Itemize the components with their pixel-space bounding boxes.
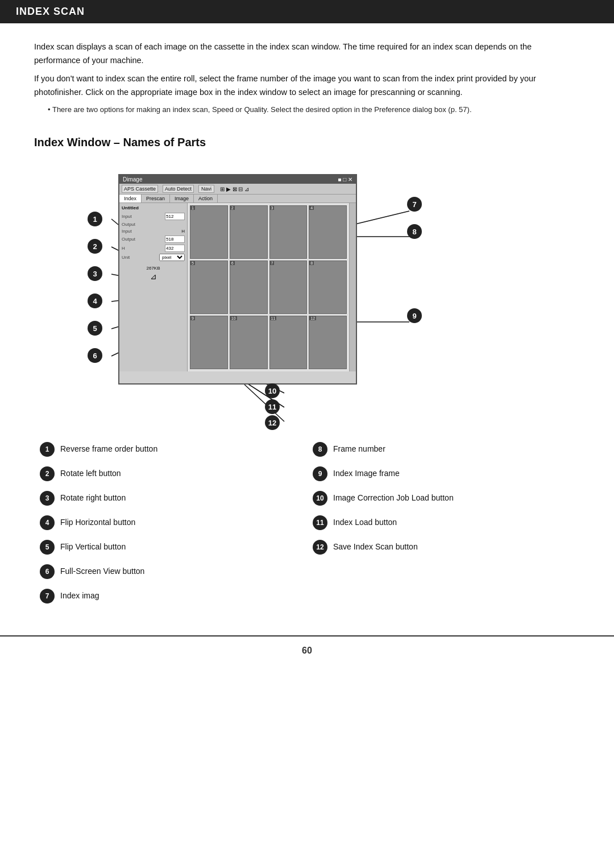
window-title: Dimage xyxy=(123,176,142,183)
parts-item-7: 7 Index imag xyxy=(40,588,301,604)
parts-label-11: Index Load button xyxy=(333,515,397,528)
index-frame-5[interactable]: 5 xyxy=(190,261,228,314)
parts-item-1: 1 Reverse frame order button xyxy=(40,441,301,457)
callout-5: 5 xyxy=(88,321,102,336)
parts-label-4: Flip Horizontal button xyxy=(60,515,135,528)
input-field-518[interactable] xyxy=(165,235,185,243)
parts-item-12: 12 Save Index Scan button xyxy=(313,539,574,555)
parts-num-8: 8 xyxy=(313,442,327,457)
panel-input-h-row: Input H xyxy=(122,229,185,234)
input-field-432[interactable] xyxy=(165,245,185,252)
callout-12: 12 xyxy=(265,415,280,430)
navi-button[interactable]: Navi xyxy=(198,185,214,193)
index-frame-7[interactable]: 7 xyxy=(269,261,308,314)
parts-item-10: 10 Image Correction Job Load button xyxy=(313,490,574,506)
window-toolbar: APS Cassette Auto Detect Navi ⊞ ▶ ⊠ ⊟ ⊿ xyxy=(119,184,356,195)
callout-6: 6 xyxy=(88,348,102,363)
parts-num-7: 7 xyxy=(40,589,55,604)
window-left-panel: Untitled Input Output Input H Output xyxy=(119,203,188,371)
parts-label-9: Index Image frame xyxy=(333,466,400,480)
parts-num-4: 4 xyxy=(40,515,55,530)
parts-label-7: Index imag xyxy=(60,588,99,602)
index-frame-6[interactable]: 6 xyxy=(230,261,268,314)
parts-label-6: Full-Screen View button xyxy=(60,564,144,577)
parts-num-1: 1 xyxy=(40,442,55,457)
intro-paragraph1: Index scan displays a scan of each image… xyxy=(34,40,580,68)
diagram-area: Dimage ■ □ ✕ APS Cassette Auto Detect Na… xyxy=(34,163,580,424)
window-tabs: Index Prescan Image Action xyxy=(119,195,356,203)
tab-action[interactable]: Action xyxy=(194,195,218,202)
tab-image[interactable]: Image xyxy=(170,195,194,202)
callout-3: 3 xyxy=(88,266,102,281)
panel-untitled: Untitled xyxy=(122,205,185,210)
panel-input-row: Input xyxy=(122,213,185,220)
parts-item-9: 9 Index Image frame xyxy=(313,466,574,481)
parts-label-5: Flip Vertical button xyxy=(60,539,126,553)
parts-label-2: Rotate left button xyxy=(60,466,121,480)
callout-11: 11 xyxy=(265,399,280,414)
parts-num-6: 6 xyxy=(40,564,55,579)
index-frame-3[interactable]: 3 xyxy=(269,205,308,259)
parts-item-11: 11 Index Load button xyxy=(313,515,574,530)
window-index-area: 1 2 3 4 5 6 7 8 9 10 11 12 xyxy=(188,203,349,371)
header-bar: INDEX SCAN xyxy=(0,0,614,23)
page-number: 60 xyxy=(302,646,312,655)
window-scrollbar[interactable] xyxy=(349,203,356,371)
parts-num-10: 10 xyxy=(313,491,327,506)
intro-bullet: • There are two options for making an in… xyxy=(48,104,580,116)
panel-output-518-row: Output xyxy=(122,235,185,243)
intro-paragraph2: If you don't want to index scan the enti… xyxy=(34,72,580,100)
index-frame-2[interactable]: 2 xyxy=(230,205,268,259)
window-mock: Dimage ■ □ ✕ APS Cassette Auto Detect Na… xyxy=(118,174,357,385)
dropdown-detect[interactable]: Auto Detect xyxy=(163,185,194,193)
panel-size: 267KB xyxy=(122,266,185,271)
window-controls: ■ □ ✕ xyxy=(338,176,352,183)
callout-2: 2 xyxy=(88,239,102,254)
toolbar-icons: ⊞ ▶ ⊠ ⊟ ⊿ xyxy=(220,186,249,192)
parts-item-5: 5 Flip Vertical button xyxy=(40,539,301,555)
callout-9: 9 xyxy=(407,308,422,323)
parts-item-4: 4 Flip Horizontal button xyxy=(40,515,301,530)
parts-num-3: 3 xyxy=(40,491,55,506)
parts-num-12: 12 xyxy=(313,540,327,555)
parts-label-3: Rotate right button xyxy=(60,490,126,504)
callout-4: 4 xyxy=(88,294,102,308)
main-content: Index scan displays a scan of each image… xyxy=(0,23,614,635)
window-titlebar: Dimage ■ □ ✕ xyxy=(119,175,356,184)
index-frame-9[interactable]: 9 xyxy=(190,316,228,369)
parts-num-2: 2 xyxy=(40,466,55,481)
parts-item-6: 6 Full-Screen View button xyxy=(40,564,301,579)
callout-1: 1 xyxy=(88,212,102,226)
callout-7: 7 xyxy=(407,197,422,212)
panel-unit-row: Unit pixel xyxy=(122,254,185,261)
section-title: Index Window – Names of Parts xyxy=(34,136,580,149)
parts-num-9: 9 xyxy=(313,466,327,481)
parts-label-10: Image Correction Job Load button xyxy=(333,490,454,504)
input-field-512[interactable] xyxy=(165,213,185,220)
index-frame-10[interactable]: 10 xyxy=(230,316,268,369)
callout-8: 8 xyxy=(407,224,422,239)
tab-prescan[interactable]: Prescan xyxy=(142,195,170,202)
tab-index[interactable]: Index xyxy=(119,195,142,202)
index-frame-4[interactable]: 4 xyxy=(309,205,347,259)
parts-col-left: 1 Reverse frame order button 2 Rotate le… xyxy=(34,441,307,613)
parts-item-8: 8 Frame number xyxy=(313,441,574,457)
parts-list: 1 Reverse frame order button 2 Rotate le… xyxy=(34,441,580,613)
parts-item-3: 3 Rotate right button xyxy=(40,490,301,506)
index-frame-1[interactable]: 1 xyxy=(190,205,228,259)
index-frame-8[interactable]: 8 xyxy=(309,261,347,314)
svg-line-6 xyxy=(355,211,409,224)
index-frame-11[interactable]: 11 xyxy=(269,316,308,369)
parts-label-8: Frame number xyxy=(333,441,385,455)
parts-col-right: 8 Frame number 9 Index Image frame 10 Im… xyxy=(307,441,580,613)
footer: 60 xyxy=(0,635,614,662)
parts-label-12: Save Index Scan button xyxy=(333,539,418,553)
callout-10: 10 xyxy=(265,383,280,398)
unit-select[interactable]: pixel xyxy=(159,254,185,261)
panel-output-row: Output xyxy=(122,222,185,227)
parts-num-5: 5 xyxy=(40,540,55,555)
window-body: Untitled Input Output Input H Output xyxy=(119,203,356,371)
index-frame-12[interactable]: 12 xyxy=(309,316,347,369)
header-title: INDEX SCAN xyxy=(16,6,85,18)
dropdown-cassette[interactable]: APS Cassette xyxy=(122,185,158,193)
